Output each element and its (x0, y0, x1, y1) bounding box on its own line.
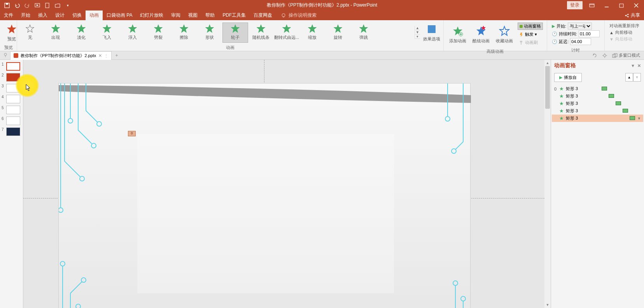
trigger-button[interactable]: 触发 ▾ (518, 31, 543, 38)
tab-insert[interactable]: 插入 (34, 10, 51, 20)
animation-list-item[interactable]: ★矩形 3 (552, 100, 643, 107)
gallery-up-icon[interactable]: ▲ (415, 26, 420, 30)
slide-thumbnail[interactable] (6, 127, 20, 136)
tab-home[interactable]: 开始 (17, 10, 34, 20)
timing-bar (616, 101, 621, 105)
delay-input[interactable] (570, 38, 591, 45)
slide-canvas[interactable]: 0 (23, 60, 544, 308)
scroll-up-icon[interactable]: ▲ (544, 60, 551, 66)
scroll-track[interactable] (544, 66, 551, 302)
collect-animation-button[interactable]: 收藏动画 (493, 24, 516, 45)
add-document-button[interactable]: ＋ (113, 52, 120, 59)
animation-list-item[interactable]: 0★矩形 3 (552, 85, 643, 92)
gallery-down-icon[interactable]: ▼ (415, 30, 420, 35)
anim-item-8[interactable]: 轮子 (222, 23, 248, 43)
effect-options-button[interactable]: 效果选项 (420, 22, 443, 43)
anim-item-12[interactable]: 旋转 (325, 23, 351, 43)
tab-design[interactable]: 设计 (51, 10, 68, 20)
close-tab-icon[interactable]: ✕ (98, 53, 102, 58)
start-select[interactable]: 与上一动画... (568, 23, 592, 30)
duration-clock-icon: 🕐 (552, 31, 557, 37)
tab-slideshow[interactable]: 幻灯片放映 (136, 10, 167, 20)
tab-transitions[interactable]: 切换 (68, 10, 86, 20)
tab-help[interactable]: 帮助 (201, 10, 219, 20)
scroll-down-icon[interactable]: ▼ (544, 302, 551, 308)
slide-thumbnail[interactable] (6, 95, 20, 103)
ribbon-display-options-icon[interactable] (586, 2, 597, 9)
add-animation-label: 添加动画 (449, 38, 466, 44)
pane-move-up-button[interactable]: ▲ (625, 73, 633, 82)
scroll-thumb[interactable] (545, 66, 550, 109)
redo-icon[interactable] (24, 2, 30, 9)
play-from-button[interactable]: ▶播放自 (554, 73, 582, 82)
slide-thumbnail[interactable] (6, 62, 20, 71)
animation-list-item[interactable]: ★矩形 3 (552, 92, 643, 100)
tab-menu-icon[interactable]: ⋮ (104, 54, 108, 58)
qat-dropdown-icon[interactable]: ▾ (65, 2, 71, 9)
slide-thumbnail[interactable] (6, 117, 20, 125)
anim-item-6[interactable]: 擦除 (171, 23, 197, 43)
animation-pane-toggle[interactable]: 动画窗格 (518, 23, 543, 30)
anim-item-10[interactable]: 翻转式由远... (274, 23, 299, 43)
open-icon[interactable] (54, 2, 61, 9)
anim-item-5[interactable]: 劈裂 (145, 23, 171, 43)
thumbnail-row[interactable]: 7 (2, 127, 21, 136)
gallery-more-icon[interactable]: ▾ (415, 35, 420, 39)
tab-view[interactable]: 视图 (184, 10, 201, 20)
minimize-icon[interactable] (601, 2, 612, 9)
slideshow-icon[interactable] (34, 2, 40, 9)
anim-item-13[interactable]: 弹跳 (351, 23, 376, 43)
tab-pocket-anim[interactable]: 口袋动画 PA (103, 10, 136, 20)
thumbnail-row[interactable]: 3 (2, 84, 21, 92)
anim-item-4[interactable]: 浮入 (120, 23, 145, 43)
pin-icon[interactable] (3, 53, 9, 58)
close-icon[interactable] (631, 2, 642, 9)
cool-animation-button[interactable]: 酷炫动画 (469, 24, 493, 45)
thumbnail-row[interactable]: 5 (2, 106, 21, 114)
slide-thumbnail[interactable] (6, 73, 20, 82)
thumbnail-row[interactable]: 2 (2, 73, 21, 82)
add-animation-button[interactable]: 添加动画 (446, 24, 469, 45)
move-earlier-button[interactable]: ▲向前移动 (609, 30, 639, 35)
vertical-scrollbar[interactable]: ▲ ▼ (544, 60, 551, 308)
new-icon[interactable] (44, 2, 51, 9)
pane-move-down-button[interactable]: ▼ (633, 73, 641, 82)
animation-list-item[interactable]: ★矩形 3 (552, 107, 643, 115)
tab-animations[interactable]: 动画 (86, 10, 103, 20)
thumbnail-row[interactable]: 6 (2, 117, 21, 125)
thumbnail-row[interactable]: 4 (2, 95, 21, 103)
anim-item-9[interactable]: 随机线条 (248, 23, 274, 43)
tab-file[interactable]: 文件 (0, 10, 17, 20)
slide-thumbnail[interactable] (6, 84, 20, 92)
item-dropdown-icon[interactable]: ▼ (637, 117, 641, 120)
login-button[interactable]: 登录 (567, 1, 583, 9)
animation-list-item[interactable]: ★矩形 3▼ (552, 115, 643, 122)
anim-item-7[interactable]: 形状 (197, 23, 222, 43)
anim-item-11[interactable]: 缩放 (299, 23, 325, 43)
document-tab[interactable]: 教你制作《PPT制作倒计时功能》2.pptx ✕ ⋮ (10, 51, 112, 60)
tab-baidu[interactable]: 百度网盘 (250, 10, 276, 20)
tell-me-label: 操作说明搜索 (289, 12, 317, 19)
anim-item-2[interactable]: 淡化 (68, 23, 94, 43)
svg-rect-3 (46, 3, 49, 8)
anim-item-1[interactable]: 出现 (43, 23, 68, 43)
share-button[interactable]: 共享 (625, 12, 644, 19)
anim-item-0[interactable]: 无 (17, 23, 43, 43)
pane-close-icon[interactable]: ✕ (637, 63, 641, 68)
pane-dropdown-icon[interactable]: ▼ (631, 63, 635, 68)
tab-review[interactable]: 审阅 (167, 10, 184, 20)
anim-item-3[interactable]: 飞入 (94, 23, 120, 43)
animation-painter-button[interactable]: 动画刷 (518, 39, 543, 46)
duration-input[interactable] (579, 30, 600, 37)
undo-icon[interactable] (14, 2, 20, 9)
countdown-shape[interactable]: 0 (128, 131, 136, 136)
slide[interactable]: 0 (58, 83, 471, 308)
animation-list: 0★矩形 3★矩形 3★矩形 3★矩形 3★矩形 3▼ (551, 84, 644, 308)
tell-me-search[interactable]: 操作说明搜索 (281, 12, 317, 19)
slide-thumbnail[interactable] (6, 106, 20, 114)
thumbnail-row[interactable]: 1 (2, 62, 21, 71)
save-icon[interactable] (4, 2, 10, 9)
tab-pdf[interactable]: PDF工具集 (219, 10, 250, 20)
maximize-icon[interactable] (616, 2, 627, 9)
multi-window-button[interactable]: 多窗口模式 (610, 52, 642, 58)
